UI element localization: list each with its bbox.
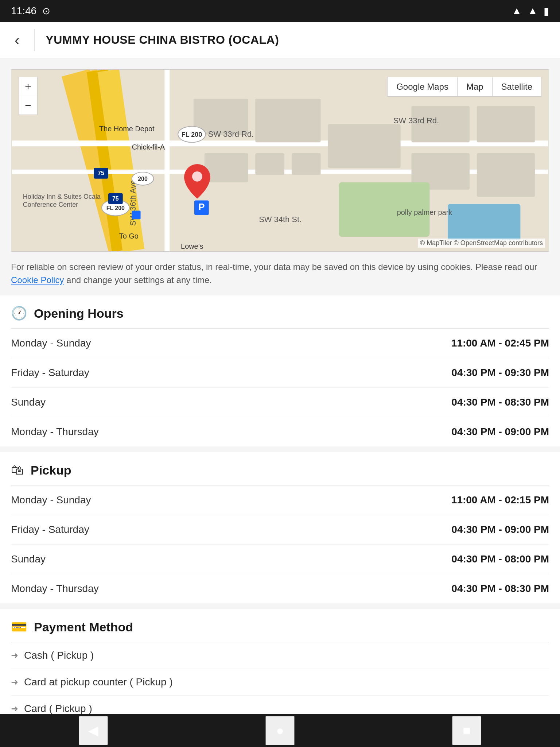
payment-item: ➜ Card at pickup counter ( Pickup ) [11,669,549,696]
pickup-row: Monday - Sunday 11:00 AM - 02:15 PM [11,485,549,515]
svg-rect-12 [292,153,321,175]
svg-text:polly palmer park: polly palmer park [397,208,452,216]
svg-text:The Home Depot: The Home Depot [99,125,155,133]
pickup-day: Monday - Sunday [11,494,91,506]
svg-rect-10 [255,99,320,143]
svg-text:SW 33rd Rd.: SW 33rd Rd. [393,116,439,125]
pickup-time: 11:00 AM - 02:15 PM [451,494,549,506]
home-nav-button[interactable]: ● [265,716,295,745]
page-title: YUMMY HOUSE CHINA BISTRO (OCALA) [46,33,279,47]
recents-nav-button[interactable]: ■ [452,716,481,745]
payment-icon: 💳 [11,619,27,635]
wifi-icon: ▲ [512,5,522,17]
hours-time: 04:30 PM - 08:30 PM [451,396,549,408]
status-bar: 11:46 ⊙ ▲ ▲ ▮ [0,0,560,22]
hours-row: Monday - Thursday 04:30 PM - 09:00 PM [11,417,549,446]
android-nav-bar: ◀ ● ■ [0,714,560,747]
map-view-button[interactable]: Map [457,77,492,97]
svg-text:To Go: To Go [119,232,139,240]
status-time: 11:46 [11,5,36,17]
svg-rect-17 [477,153,535,197]
svg-text:200: 200 [138,176,148,182]
opening-hours-rows: Monday - Sunday 11:00 AM - 02:45 PM Frid… [11,329,549,446]
hours-day: Friday - Saturday [11,367,89,379]
payment-title: Payment Method [34,620,133,634]
pickup-day: Monday - Thursday [11,583,99,595]
svg-rect-13 [328,124,400,168]
zoom-in-button[interactable]: + [19,77,38,96]
arrow-icon: ➜ [11,677,18,687]
pickup-time: 04:30 PM - 08:00 PM [451,553,549,565]
payment-label: Card at pickup counter ( Pickup ) [24,676,173,688]
hours-time: 11:00 AM - 02:45 PM [451,337,549,349]
map-svg: SW 33rd Rd. SW 34th St. SW 36th Ave. The… [11,70,549,251]
map-type-buttons: Google Maps Map Satellite [387,77,541,97]
map-controls: + − [19,77,38,115]
payment-label: Card ( Pickup ) [24,703,92,715]
info-text: For reliable on screen review of your or… [11,260,549,287]
svg-text:75: 75 [98,170,104,176]
pickup-section: 🛍 Pickup Monday - Sunday 11:00 AM - 02:1… [0,452,560,603]
svg-text:P: P [198,202,205,212]
svg-rect-9 [205,153,248,182]
pickup-icon: 🛍 [11,462,24,478]
pickup-time: 04:30 PM - 08:30 PM [451,583,549,595]
svg-rect-37 [132,210,141,219]
hours-day: Sunday [11,396,46,408]
zoom-out-button[interactable]: − [19,96,38,115]
hours-time: 04:30 PM - 09:00 PM [451,426,549,438]
svg-point-45 [192,171,202,182]
hours-time: 04:30 PM - 09:30 PM [451,367,549,379]
pickup-time: 04:30 PM - 09:00 PM [451,524,549,535]
pickup-row: Friday - Saturday 04:30 PM - 09:00 PM [11,515,549,545]
svg-text:Chick-fil-A: Chick-fil-A [132,143,165,151]
hours-row: Friday - Saturday 04:30 PM - 09:30 PM [11,358,549,388]
pickup-title: Pickup [31,463,71,477]
svg-text:Conference Center: Conference Center [23,201,78,208]
svg-text:SW 33rd Rd.: SW 33rd Rd. [208,129,254,139]
signal-icon: ▲ [528,5,538,17]
arrow-icon: ➜ [11,704,18,714]
svg-rect-16 [477,106,535,143]
svg-text:Holiday Inn & Suites Ocala: Holiday Inn & Suites Ocala [23,193,101,200]
opening-hours-section: 🕐 Opening Hours Monday - Sunday 11:00 AM… [0,295,560,446]
pickup-row: Monday - Thursday 04:30 PM - 08:30 PM [11,574,549,603]
payment-item: ➜ Cash ( Pickup ) [11,642,549,669]
svg-rect-7 [164,70,170,251]
arrow-icon: ➜ [11,650,18,661]
svg-text:SW 34th St.: SW 34th St. [259,215,302,224]
header: ‹ YUMMY HOUSE CHINA BISTRO (OCALA) [0,22,560,58]
opening-hours-header: 🕐 Opening Hours [11,295,549,329]
hours-day: Monday - Thursday [11,426,99,438]
pickup-rows: Monday - Sunday 11:00 AM - 02:15 PM Frid… [11,485,549,603]
map-container[interactable]: SW 33rd Rd. SW 34th St. SW 36th Ave. The… [11,69,549,252]
pickup-day: Friday - Saturday [11,524,89,535]
app-icon: ⊙ [42,5,50,17]
pickup-header: 🛍 Pickup [11,452,549,485]
payment-label: Cash ( Pickup ) [24,650,94,661]
map-attribution: © MapTiler © OpenStreetMap contributors [418,239,545,248]
hours-row: Sunday 04:30 PM - 08:30 PM [11,388,549,417]
pickup-row: Sunday 04:30 PM - 08:00 PM [11,545,549,574]
opening-hours-title: Opening Hours [34,306,124,321]
svg-rect-19 [448,204,520,241]
back-button[interactable]: ‹ [11,29,23,51]
battery-icon: ▮ [544,5,549,17]
satellite-button[interactable]: Satellite [492,77,541,97]
header-divider [34,29,35,51]
svg-text:Lowe's: Lowe's [181,242,203,250]
svg-rect-11 [255,153,284,175]
back-nav-button[interactable]: ◀ [79,716,108,745]
svg-text:FL 200: FL 200 [106,205,125,211]
hours-day: Monday - Sunday [11,337,91,349]
svg-text:FL 200: FL 200 [182,131,202,138]
payment-header: 💳 Payment Method [11,609,549,642]
hours-row: Monday - Sunday 11:00 AM - 02:45 PM [11,329,549,358]
cookie-policy-link[interactable]: Cookie Policy [11,275,64,285]
svg-text:75: 75 [112,196,119,202]
pickup-day: Sunday [11,553,46,565]
clock-icon: 🕐 [11,306,27,321]
google-maps-button[interactable]: Google Maps [387,77,457,97]
